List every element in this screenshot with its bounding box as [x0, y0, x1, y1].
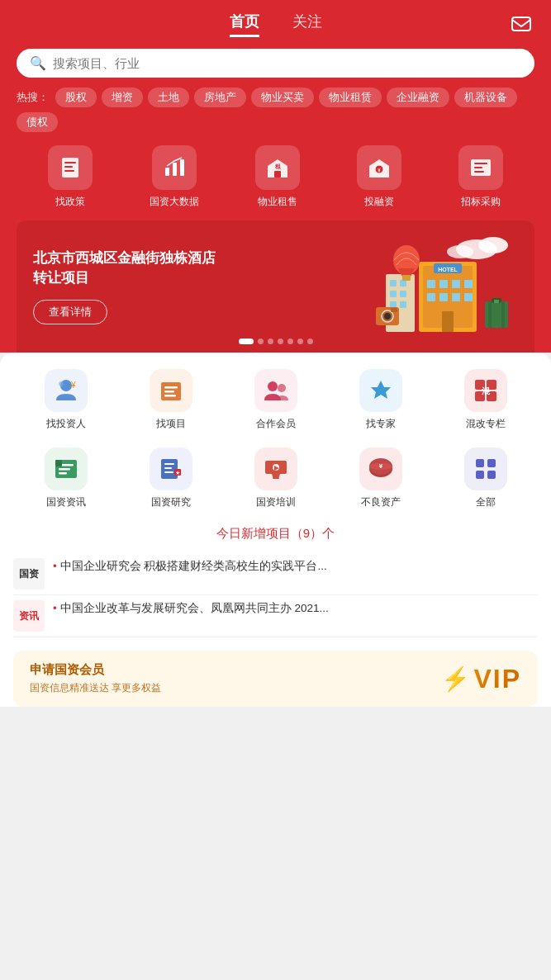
service-item-news[interactable]: 国资资讯: [41, 447, 91, 509]
icon-item-property[interactable]: 租 物业租售: [255, 145, 300, 209]
svg-rect-66: [59, 468, 70, 471]
vip-badge: ⚡ VIP: [441, 664, 521, 694]
bullet-0: •: [53, 560, 57, 572]
hot-tag[interactable]: 股权: [55, 88, 97, 107]
icon-label: 招标采购: [461, 195, 501, 209]
svg-rect-68: [55, 460, 62, 466]
tab-home[interactable]: 首页: [230, 12, 259, 37]
svg-rect-15: [474, 171, 484, 173]
svg-rect-36: [400, 291, 406, 297]
svg-rect-55: [164, 391, 174, 393]
svg-rect-72: [164, 471, 173, 473]
policy-icon-box: [48, 145, 93, 190]
svg-rect-26: [464, 280, 473, 288]
dot-4[interactable]: [287, 339, 293, 344]
hot-label: 热搜：: [17, 90, 49, 105]
news-item-1[interactable]: 资讯 •中国企业改革与发展研究会、凤凰网共同主办 2021...: [13, 595, 538, 637]
svg-rect-34: [400, 280, 406, 286]
svg-point-58: [278, 384, 286, 392]
dot-6[interactable]: [307, 339, 313, 344]
svg-rect-40: [402, 275, 411, 281]
service-label: 国资研究: [151, 495, 191, 509]
banner[interactable]: 北京市西城区金融街独栋酒店转让项目 查看详情 HOTEL: [17, 220, 534, 353]
svg-rect-6: [173, 163, 177, 176]
hot-tag[interactable]: 债权: [17, 112, 58, 132]
svg-point-48: [384, 313, 391, 320]
icon-item-policy[interactable]: 找政策: [48, 145, 93, 209]
bid-icon-box: [458, 145, 503, 190]
hot-tag[interactable]: 物业租赁: [319, 88, 382, 107]
feature-grid: ¥ 找投资人 找项目 合作会员 找专家: [13, 369, 538, 431]
feature-item-investor[interactable]: ¥ 找投资人: [41, 369, 91, 431]
svg-text:¥: ¥: [378, 462, 382, 470]
member-icon: [254, 369, 297, 412]
news-text-0: •中国企业研究会 积极搭建财经类高校生的实践平台...: [53, 558, 538, 575]
svg-rect-25: [452, 280, 460, 288]
hot-tag[interactable]: 增资: [102, 88, 143, 107]
banner-btn[interactable]: 查看详情: [33, 300, 107, 324]
svg-rect-0: [512, 17, 530, 31]
feature-label: 找项目: [156, 417, 186, 431]
investor-icon: ¥: [45, 369, 88, 412]
news-badge-box: 资讯: [13, 600, 45, 632]
service-item-asset[interactable]: ¥ 不良资产: [356, 447, 406, 509]
svg-rect-27: [427, 293, 435, 301]
bullet-1: •: [53, 602, 57, 614]
service-item-all[interactable]: 全部: [461, 447, 511, 509]
icon-item-data[interactable]: 国资大数据: [150, 145, 199, 209]
hot-tag[interactable]: 土地: [148, 88, 189, 107]
svg-rect-8: [274, 171, 281, 178]
svg-rect-71: [164, 467, 172, 469]
vip-text: VIP: [473, 664, 521, 694]
hot-tag[interactable]: 房地产: [194, 88, 246, 107]
svg-rect-56: [164, 395, 176, 397]
badge-line1: 国资: [19, 567, 39, 581]
banner-text: 北京市西城区金融街独栋酒店转让项目 查看详情: [33, 249, 369, 324]
dot-2[interactable]: [268, 339, 273, 344]
dot-1[interactable]: [258, 339, 264, 344]
hot-search-section: 热搜： 股权 增资 土地 房地产 物业买卖 物业租赁 企业融资 机器设备 债权: [17, 88, 534, 132]
search-icon: 🔍: [30, 55, 46, 71]
search-input[interactable]: [53, 56, 521, 70]
svg-rect-76: [273, 477, 279, 479]
icon-item-invest[interactable]: ¥ 投融资: [357, 145, 401, 209]
icon-item-bid[interactable]: 招标采购: [458, 145, 503, 209]
feature-label: 找专家: [366, 417, 396, 431]
svg-rect-33: [390, 280, 397, 286]
dot-3[interactable]: [278, 339, 283, 344]
service-item-training[interactable]: ▶ 国资培训: [251, 447, 301, 509]
hot-tag[interactable]: 物业买卖: [251, 88, 314, 107]
service-item-research[interactable]: ★ 国资研究: [146, 447, 196, 509]
svg-rect-29: [452, 293, 460, 301]
training-icon: ▶: [254, 447, 297, 490]
research-icon: ★: [150, 447, 192, 490]
feature-item-member[interactable]: 合作会员: [251, 369, 301, 431]
feature-label: 找投资人: [46, 417, 86, 431]
news-badge-1: 资讯: [13, 600, 45, 632]
svg-rect-84: [487, 459, 496, 467]
dot-5[interactable]: [297, 339, 303, 344]
svg-rect-31: [442, 311, 454, 332]
svg-rect-83: [476, 459, 484, 467]
news-item-0[interactable]: 国资 •中国企业研究会 积极搭建财经类高校生的实践平台...: [13, 553, 538, 595]
search-bar[interactable]: 🔍: [17, 49, 534, 78]
tab-follow[interactable]: 关注: [292, 12, 322, 37]
feature-item-project[interactable]: 找项目: [146, 369, 196, 431]
vip-banner[interactable]: 申请国资会员 国资信息精准送达 享更多权益 ⚡ VIP: [13, 651, 538, 707]
svg-text:★: ★: [175, 470, 180, 476]
svg-rect-23: [427, 280, 435, 288]
feature-item-expert[interactable]: 找专家: [356, 369, 406, 431]
svg-rect-14: [474, 167, 482, 168]
hot-tag[interactable]: 机器设备: [454, 88, 517, 107]
hot-tag[interactable]: 企业融资: [387, 88, 449, 107]
message-button[interactable]: [508, 12, 534, 38]
feature-label: 合作会员: [256, 417, 296, 431]
news-icon: [45, 447, 88, 490]
feature-item-mixed[interactable]: 混 混改专栏: [461, 369, 511, 431]
svg-text:混: 混: [482, 386, 491, 395]
header-nav: 首页 关注: [17, 12, 534, 37]
dot-0[interactable]: [239, 339, 254, 344]
service-label: 全部: [476, 495, 496, 509]
news-badge-box: 国资: [13, 558, 45, 589]
icon-label: 物业租售: [258, 195, 297, 209]
